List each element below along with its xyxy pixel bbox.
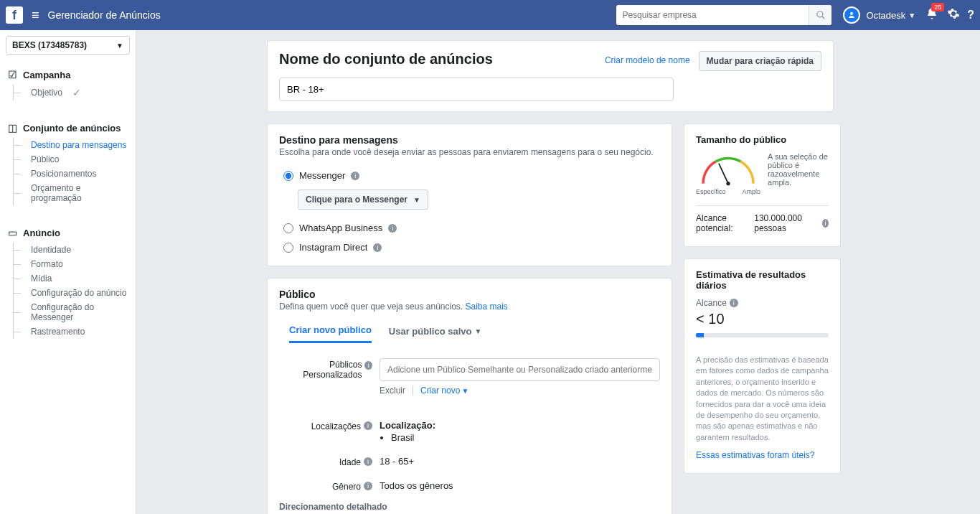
info-icon[interactable]: i [351,172,359,180]
sidebar-head-adset[interactable]: ◫ Conjunto de anúncios [0,119,136,138]
potential-reach-value: 130.000.000 pessoas [754,213,818,233]
adset-name-input[interactable] [279,78,674,101]
section-title-audience: Público [279,289,660,300]
sidebar-item-audience[interactable]: Público [14,152,136,167]
info-icon[interactable]: i [373,243,382,252]
est-reach-value: < 10 [696,311,829,327]
audience-size-message: A sua seleção de público é razoavelmente… [768,152,829,187]
custom-audience-input[interactable] [380,358,660,381]
est-reach-label: Alcance [696,298,727,308]
radio-whatsapp[interactable] [283,223,293,233]
facebook-logo[interactable]: f [6,6,23,24]
business-name-label: Octadesk [866,10,905,21]
tab-create-audience[interactable]: Criar novo público [289,324,372,343]
radio-instagram-label[interactable]: Instagram Direct [299,242,367,253]
est-reach-bar [696,333,829,337]
chevron-down-icon: ▼ [908,11,915,19]
account-selector[interactable]: BEXS (173485783) ▼ [6,36,130,55]
account-label: BEXS (173485783) [12,40,87,50]
avatar[interactable] [843,6,860,24]
section-title-destination: Destino para mensagens [279,134,660,146]
svg-point-0 [817,11,823,17]
detailed-targeting-label: Direcionamento detalhado [279,502,660,512]
age-label: Idade [339,457,361,467]
radio-messenger[interactable] [283,171,293,181]
notifications-icon[interactable]: 25 [925,7,938,24]
switch-creation-button[interactable]: Mudar para criação rápida [699,51,821,71]
app-title: Gerenciador de Anúncios [48,9,161,21]
learn-more-link[interactable]: Saiba mais [466,302,508,312]
ad-icon: ▭ [7,227,17,238]
est-disclaimer: A precisão das estimativas é baseada em … [696,355,829,443]
sidebar-item-budget[interactable]: Orçamento e programação [14,181,136,205]
chevron-down-icon: ▼ [413,196,420,204]
menu-icon[interactable]: ≡ [32,8,39,23]
check-icon: ✓ [72,87,81,98]
potential-reach-label: Alcance potencial: [696,213,750,233]
chevron-down-icon: ▼ [474,327,481,335]
age-value: 18 - 65+ [380,453,660,467]
chevron-down-icon: ▼ [116,42,123,50]
info-icon[interactable]: i [364,361,372,370]
chevron-down-icon: ▼ [461,387,468,395]
svg-point-2 [850,12,853,15]
info-icon[interactable]: i [364,457,372,466]
search-input[interactable] [616,10,809,20]
gender-label: Gênero [332,482,361,492]
tab-saved-audience[interactable]: Usar público salvo ▼ [389,324,482,343]
notif-badge: 25 [931,3,944,11]
radio-whatsapp-label[interactable]: WhatsApp Business [299,223,382,233]
info-icon[interactable]: i [364,482,372,490]
sidebar-item-objective[interactable]: Objetivo ✓ [14,85,136,101]
panel-title-audience-size: Tamanho do público [696,134,829,145]
sidebar-head-ad[interactable]: ▭ Anúncio [0,224,136,243]
help-icon[interactable]: ? [967,9,974,22]
exclude-link[interactable]: Excluir [380,386,413,396]
info-icon[interactable]: i [364,421,372,430]
sidebar-head-campaign[interactable]: ☑ Campanha [0,66,136,85]
section-sub-audience: Defina quem você quer que veja seus anún… [279,302,466,312]
search-icon[interactable] [809,5,831,25]
svg-line-1 [822,17,825,19]
sidebar-item-media[interactable]: Mídia [14,271,136,286]
gauge-min-label: Específico [696,188,726,195]
location-head: Localização: [380,420,660,431]
sidebar-item-msgr-config[interactable]: Configuração do Messenger [14,300,136,324]
info-icon[interactable]: i [730,299,738,307]
sidebar-item-tracking[interactable]: Rastreamento [14,324,136,339]
location-item: Brasil [391,432,660,443]
svg-point-4 [726,182,730,185]
section-sub-destination: Escolha para onde você deseja enviar as … [279,147,660,157]
custom-audiences-label: Públicos Personalizados [279,360,362,380]
gauge-max-label: Amplo [743,188,761,195]
page-title: Nome do conjunto de anúncios [279,51,493,67]
locations-label: Localizações [311,421,361,431]
sidebar-item-ad-config[interactable]: Configuração do anúncio [14,286,136,300]
sidebar-item-placements[interactable]: Posicionamentos [14,167,136,181]
business-search[interactable] [616,5,831,25]
messenger-type-select[interactable]: Clique para o Messenger ▼ [298,190,428,210]
info-icon[interactable]: i [822,219,829,228]
svg-line-3 [719,164,728,184]
sidebar-item-destination[interactable]: Destino para mensagens [14,138,136,152]
radio-messenger-label[interactable]: Messenger [299,170,345,181]
campaign-icon: ☑ [7,69,17,80]
create-name-template-link[interactable]: Criar modelo de nome [605,55,690,65]
info-icon[interactable]: i [388,224,397,233]
radio-instagram[interactable] [283,243,293,253]
business-switcher[interactable]: Octadesk ▼ [866,10,915,21]
panel-title-daily-estimates: Estimativa de resultados diários [696,269,829,291]
adset-icon: ◫ [7,122,17,134]
sidebar-item-format[interactable]: Formato [14,257,136,271]
est-feedback-link[interactable]: Essas estimativas foram úteis? [696,450,814,460]
sidebar-item-identity[interactable]: Identidade [14,243,136,257]
audience-gauge [696,152,760,187]
settings-icon[interactable] [947,7,960,24]
create-new-audience-link[interactable]: Criar novo ▼ [420,386,468,396]
gender-value: Todos os gêneros [380,477,660,492]
